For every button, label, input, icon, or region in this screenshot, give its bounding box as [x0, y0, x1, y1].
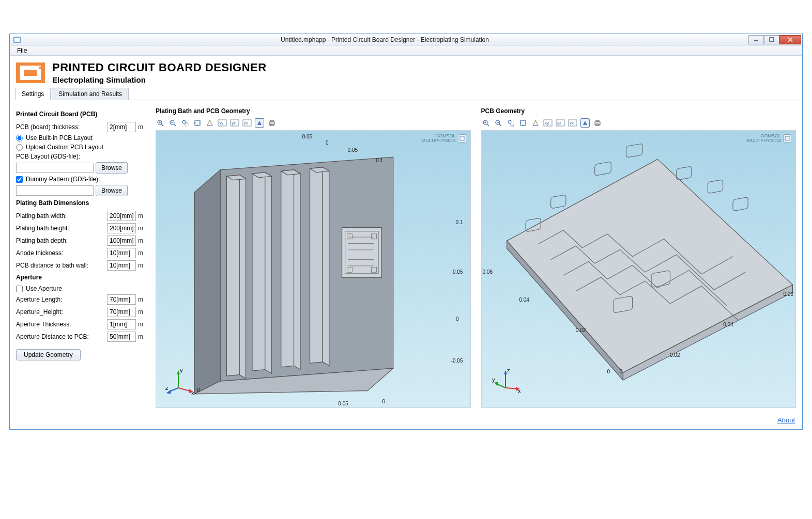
unit-m: m — [138, 225, 145, 232]
pcb-geometry-canvas[interactable]: COMSOL MULTIPHYSICS — [481, 130, 796, 408]
tick: 0.06 — [784, 291, 793, 297]
bath-geometry-title: Plating Bath and PCB Geometry — [156, 107, 471, 115]
aperture-height-input[interactable] — [107, 307, 136, 317]
bath-geometry-panel: Plating Bath and PCB Geometry xy yz zx C… — [156, 107, 471, 408]
svg-text:x: x — [191, 390, 194, 396]
gds-file-label: PCB Layout (GDS-file): — [16, 153, 145, 160]
aperture-section-title: Aperture — [16, 274, 145, 281]
pcb-distance-input[interactable] — [107, 260, 136, 271]
bath-width-label: Plating bath width: — [16, 212, 105, 219]
app-window: Untitled.mphapp - Printed Circuit Board … — [9, 34, 803, 430]
minimize-button[interactable] — [748, 35, 764, 44]
print-icon[interactable] — [593, 118, 602, 128]
tick: 0.05 — [453, 269, 463, 275]
tick: 0 — [456, 316, 459, 322]
yz-view-icon[interactable]: yz — [230, 118, 239, 128]
aperture-length-input[interactable] — [107, 294, 136, 305]
gds-file-input[interactable] — [16, 163, 94, 173]
bath-width-input[interactable] — [107, 211, 136, 221]
tick: 0.02 — [670, 352, 680, 358]
radio-upload-layout[interactable] — [16, 144, 23, 151]
zoom-out-icon[interactable] — [494, 118, 503, 128]
svg-text:zx: zx — [244, 121, 248, 125]
pcb-viz-toolbar: xy yz zx — [481, 118, 796, 128]
scene-light-icon[interactable] — [255, 118, 264, 128]
unit-m: m — [138, 123, 145, 131]
file-menu[interactable]: File — [13, 46, 31, 55]
svg-rect-20 — [185, 123, 188, 126]
svg-marker-46 — [252, 172, 265, 371]
bath-height-input[interactable] — [107, 223, 136, 233]
zx-view-icon[interactable]: zx — [242, 118, 252, 128]
print-icon[interactable] — [267, 118, 277, 128]
maximize-button[interactable] — [764, 35, 779, 44]
aperture-distance-input[interactable] — [107, 332, 136, 342]
tick: 0.04 — [723, 322, 733, 327]
xy-view-icon[interactable]: xy — [543, 118, 553, 128]
radio-builtin-layout[interactable] — [16, 135, 23, 141]
zoom-box-icon[interactable] — [180, 118, 190, 128]
yz-view-icon[interactable]: yz — [556, 118, 565, 128]
svg-text:yz: yz — [557, 121, 561, 125]
radio-builtin-label: Use Built-in PCB Layout — [26, 134, 93, 141]
default-view-icon[interactable] — [531, 118, 540, 128]
pcb-geometry-panel: PCB Geometry xy yz zx COMSOL MULTIPHYSIC… — [481, 107, 796, 408]
zoom-in-icon[interactable] — [481, 118, 491, 128]
svg-text:y: y — [492, 376, 495, 383]
xy-view-icon[interactable]: xy — [218, 118, 227, 128]
bath-geometry-canvas[interactable]: COMSOL MULTIPHYSICS — [156, 130, 471, 408]
gds-browse-button[interactable]: Browse — [96, 162, 128, 174]
tab-settings[interactable]: Settings — [15, 88, 51, 100]
aperture-length-label: Aperture Length: — [16, 296, 105, 303]
svg-rect-97 — [785, 136, 789, 140]
svg-rect-109 — [626, 144, 642, 158]
dummy-pattern-checkbox[interactable] — [16, 176, 23, 183]
tick: 0.06 — [483, 269, 493, 275]
default-view-icon[interactable] — [205, 118, 215, 128]
tick: 0 — [326, 140, 329, 146]
use-aperture-checkbox[interactable] — [16, 286, 23, 292]
svg-rect-3 — [770, 38, 774, 41]
tab-simulation-results[interactable]: Simulation and Results — [52, 88, 129, 100]
update-geometry-button[interactable]: Update Geometry — [16, 349, 81, 360]
axis-triad: y x z — [165, 368, 196, 398]
app-logo — [16, 62, 45, 83]
svg-rect-11 — [39, 67, 41, 69]
brand-icon — [458, 134, 466, 143]
zoom-extents-icon[interactable] — [518, 118, 528, 128]
svg-rect-37 — [270, 120, 273, 122]
footer: About — [10, 413, 802, 429]
zoom-in-icon[interactable] — [156, 118, 165, 128]
unit-m: m — [138, 308, 145, 316]
about-link[interactable]: About — [777, 416, 795, 424]
dummy-browse-button[interactable]: Browse — [96, 185, 128, 196]
tick: 0 — [607, 369, 610, 374]
unit-m: m — [138, 333, 145, 340]
scene-light-icon[interactable] — [580, 118, 590, 128]
dummy-file-input[interactable] — [16, 185, 94, 196]
board-thickness-input[interactable] — [107, 122, 136, 132]
unit-m: m — [138, 212, 145, 219]
svg-rect-55 — [342, 227, 382, 277]
zoom-box-icon[interactable] — [506, 118, 515, 128]
zx-view-icon[interactable]: zx — [568, 118, 577, 128]
radio-upload-label: Upload Custom PCB Layout — [26, 144, 103, 151]
tick: -0.05 — [451, 358, 463, 364]
svg-marker-52 — [310, 167, 323, 363]
board-thickness-label: PCB (board) thickness: — [16, 123, 105, 131]
aperture-thickness-input[interactable] — [107, 319, 136, 329]
bath-height-label: Plating bath height: — [16, 225, 105, 232]
close-button[interactable] — [779, 35, 801, 44]
svg-line-13 — [161, 124, 163, 126]
tick: 0.05 — [338, 401, 348, 406]
bath-depth-input[interactable] — [107, 235, 136, 246]
anode-thickness-input[interactable] — [107, 248, 136, 258]
menubar: File — [10, 45, 802, 56]
svg-line-84 — [533, 120, 535, 125]
zoom-out-icon[interactable] — [168, 118, 177, 128]
bath-section-title: Plating Bath Dimensions — [16, 199, 145, 207]
settings-sidebar: Printed Circuit Board (PCB) PCB (board) … — [16, 107, 145, 408]
zoom-extents-icon[interactable] — [193, 118, 202, 128]
svg-text:yz: yz — [232, 121, 236, 125]
svg-line-71 — [487, 124, 489, 126]
